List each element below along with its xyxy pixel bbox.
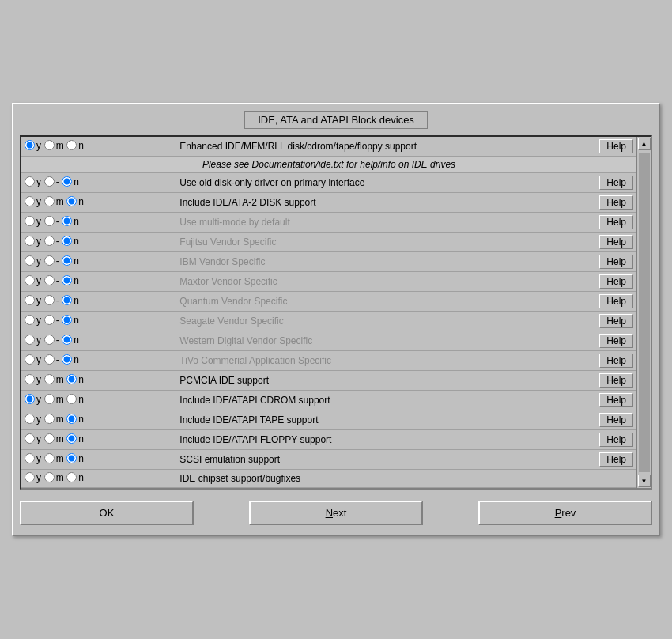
radio-n[interactable]: n xyxy=(66,374,84,385)
radio-m[interactable]: m xyxy=(44,414,64,425)
radio-n[interactable]: n xyxy=(62,295,79,306)
help-button[interactable]: Help xyxy=(599,139,633,153)
radio-cell: y - n xyxy=(21,291,175,311)
radio-y[interactable]: y xyxy=(25,394,41,405)
radio-y[interactable]: y xyxy=(25,354,41,365)
option-label: Include IDE/ATA-2 DISK support xyxy=(175,192,574,212)
prev-button[interactable]: Prev xyxy=(478,501,652,525)
radio-dash[interactable]: - xyxy=(44,216,59,227)
radio-m[interactable]: m xyxy=(44,140,64,151)
scroll-down-button[interactable]: ▼ xyxy=(638,475,651,487)
help-cell: Help xyxy=(574,137,636,157)
option-label: Western Digital Vendor Specific xyxy=(175,331,574,350)
help-button[interactable]: Help xyxy=(599,334,633,348)
radio-n[interactable]: n xyxy=(62,236,79,247)
table-row: y - n Quantum Vendor Specific Help xyxy=(21,291,636,311)
help-button[interactable]: Help xyxy=(599,413,633,427)
help-button[interactable]: Help xyxy=(599,255,633,269)
radio-n[interactable]: n xyxy=(66,140,84,151)
table-row: y m n Include IDE/ATA-2 DISK support He xyxy=(21,192,636,212)
table-row: y - n Fujitsu Vendor Specific Help xyxy=(21,232,636,251)
help-cell: Help xyxy=(574,331,636,350)
option-label: IBM Vendor Specific xyxy=(175,251,574,271)
help-button[interactable]: Help xyxy=(599,373,633,388)
radio-dash[interactable]: - xyxy=(44,295,59,306)
radio-y[interactable]: y xyxy=(25,236,41,247)
option-label: IDE chipset support/bugfixes xyxy=(175,469,574,488)
table-row: y - n TiVo Commerial Application Specifi… xyxy=(21,350,636,370)
radio-y[interactable]: y xyxy=(25,433,41,444)
radio-y[interactable]: y xyxy=(25,275,41,286)
radio-m[interactable]: m xyxy=(44,374,64,385)
radio-n[interactable]: n xyxy=(66,453,84,464)
radio-cell: y - n xyxy=(21,212,175,232)
help-cell: Help xyxy=(574,271,636,291)
radio-n[interactable]: n xyxy=(62,315,79,326)
radio-m[interactable]: m xyxy=(44,453,64,464)
radio-y[interactable]: y xyxy=(25,472,41,483)
option-label: Enhanced IDE/MFM/RLL disk/cdrom/tape/flo… xyxy=(175,137,574,157)
list-container: y m n Enhanced IDE/MFM/RLL disk/cdrom/ta… xyxy=(21,137,636,489)
radio-m[interactable]: m xyxy=(44,472,64,483)
radio-y[interactable]: y xyxy=(25,255,41,267)
radio-n[interactable]: n xyxy=(62,275,79,286)
table-row: y - n Use multi-mode by default Help xyxy=(21,212,636,232)
radio-dash[interactable]: - xyxy=(44,335,59,346)
help-button[interactable]: Help xyxy=(599,354,633,368)
radio-dash[interactable]: - xyxy=(44,176,59,187)
option-label: TiVo Commerial Application Specific xyxy=(175,350,574,370)
scroll-up-button[interactable]: ▲ xyxy=(638,138,651,150)
radio-n[interactable]: n xyxy=(66,433,84,444)
radio-m[interactable]: m xyxy=(44,394,64,405)
radio-y[interactable]: y xyxy=(25,216,41,227)
radio-n[interactable]: n xyxy=(62,176,79,187)
help-button[interactable]: Help xyxy=(599,294,633,308)
radio-n[interactable]: n xyxy=(66,196,84,207)
radio-n[interactable]: n xyxy=(62,354,79,365)
radio-dash[interactable]: - xyxy=(44,236,59,247)
radio-y[interactable]: y xyxy=(25,176,41,187)
help-button[interactable]: Help xyxy=(599,274,633,289)
help-button[interactable]: Help xyxy=(599,433,633,447)
radio-m[interactable]: m xyxy=(44,196,64,207)
radio-n[interactable]: n xyxy=(62,255,79,267)
radio-m[interactable]: m xyxy=(44,433,64,444)
help-button[interactable]: Help xyxy=(599,314,633,328)
radio-cell: y m n xyxy=(21,370,175,390)
radio-n[interactable]: n xyxy=(66,414,84,425)
help-cell: Help xyxy=(574,390,636,410)
help-button[interactable]: Help xyxy=(599,452,633,467)
ok-button[interactable]: OK xyxy=(20,501,194,525)
radio-n[interactable]: n xyxy=(62,216,79,227)
radio-y[interactable]: y xyxy=(25,335,41,346)
radio-dash[interactable]: - xyxy=(44,275,59,286)
radio-n[interactable]: n xyxy=(66,472,84,483)
radio-y[interactable]: y xyxy=(25,140,41,151)
help-button[interactable]: Help xyxy=(599,195,633,210)
help-button[interactable]: Help xyxy=(599,235,633,249)
radio-dash[interactable]: - xyxy=(44,255,59,267)
radio-y[interactable]: y xyxy=(25,295,41,306)
radio-y[interactable]: y xyxy=(25,196,41,207)
table-row: y - n Western Digital Vendor Specific H xyxy=(21,331,636,350)
help-cell xyxy=(574,469,636,488)
table-row: y m n SCSI emulation support Help xyxy=(21,449,636,469)
radio-cell: y - n xyxy=(21,311,175,331)
next-button[interactable]: Next xyxy=(249,501,423,525)
radio-n[interactable]: n xyxy=(62,335,79,346)
radio-n[interactable]: n xyxy=(66,394,84,405)
radio-cell: y - n xyxy=(21,350,175,370)
radio-dash[interactable]: - xyxy=(44,315,59,326)
help-button[interactable]: Help xyxy=(599,176,633,190)
radio-y[interactable]: y xyxy=(25,414,41,425)
help-cell: Help xyxy=(574,449,636,469)
radio-dash[interactable]: - xyxy=(44,354,59,365)
radio-y[interactable]: y xyxy=(25,453,41,464)
radio-cell: y - n xyxy=(21,232,175,251)
radio-y[interactable]: y xyxy=(25,315,41,326)
info-row: Please see Documentation/ide.txt for hel… xyxy=(21,156,636,172)
help-button[interactable]: Help xyxy=(599,215,633,229)
radio-cell: y - n xyxy=(21,172,175,192)
help-button[interactable]: Help xyxy=(599,393,633,407)
radio-y[interactable]: y xyxy=(25,374,41,385)
